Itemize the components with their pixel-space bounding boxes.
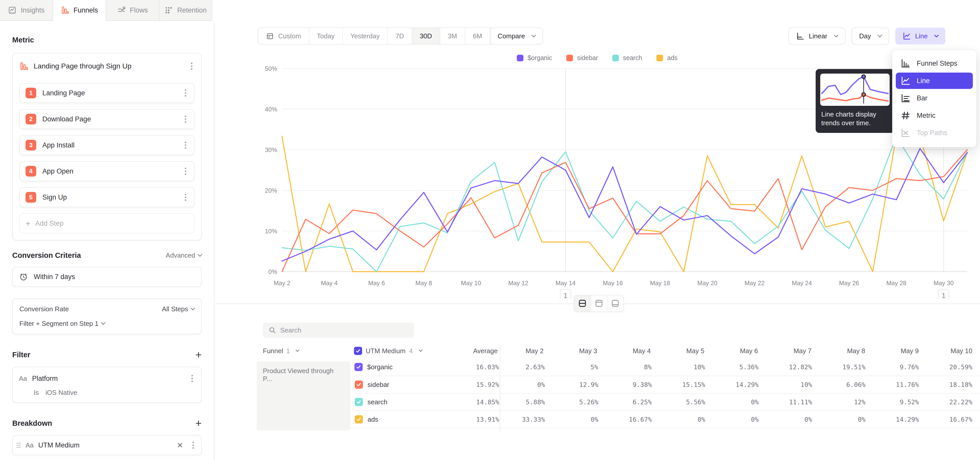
chart-layout-toggle[interactable] — [590, 295, 607, 311]
series-name: $organic — [367, 363, 393, 371]
breakdown-utm-card[interactable]: Aa UTM Medium ✕ — [12, 435, 202, 455]
date-column-header[interactable]: May 6 — [712, 347, 765, 355]
range-label: 6M — [473, 32, 482, 40]
filter-menu-button[interactable] — [189, 373, 195, 384]
range-today[interactable]: Today — [309, 28, 342, 44]
series-checkbox[interactable] — [355, 398, 363, 406]
split-layout-toggle[interactable] — [574, 295, 590, 311]
remove-breakdown-button[interactable]: ✕ — [174, 441, 186, 450]
tab-flows[interactable]: Flows — [106, 0, 159, 21]
menu-item-line[interactable]: Line — [896, 73, 973, 89]
range-7d[interactable]: 7D — [387, 28, 412, 44]
menu-item-label: Metric — [917, 112, 935, 120]
all-steps-dropdown[interactable]: All Steps — [162, 305, 194, 313]
chart-type-dropdown[interactable]: Line — [895, 27, 945, 45]
funnel-step-5[interactable]: 5Sign Up — [19, 187, 194, 207]
chevron-down-icon — [419, 348, 423, 352]
metric-menu-button[interactable] — [189, 61, 194, 72]
daily-value: 0% — [713, 416, 766, 423]
range-label: Yesterday — [350, 32, 380, 40]
legend-item-ads[interactable]: ads — [656, 54, 677, 62]
series-checkbox[interactable] — [355, 380, 363, 389]
tab-insights[interactable]: Insights — [0, 0, 53, 21]
funnel-step-1[interactable]: 1Landing Page — [19, 83, 194, 103]
step-menu-button[interactable] — [183, 139, 188, 151]
funnel-column-header[interactable]: Funnel 1 — [257, 347, 354, 355]
step-number-badge: 1 — [25, 88, 36, 98]
chevron-down-icon — [190, 306, 195, 310]
insights-icon — [8, 6, 17, 14]
filter-segment-dropdown[interactable]: Filter + Segment on Step 1 — [19, 320, 105, 327]
drag-handle-icon[interactable] — [16, 442, 21, 449]
funnel-step-4[interactable]: 4App Open — [19, 161, 194, 181]
tab-funnels[interactable]: Funnels — [53, 0, 106, 21]
menu-item-funnel-steps[interactable]: Funnel Steps — [896, 55, 973, 72]
select-all-checkbox[interactable] — [354, 347, 362, 355]
legend-item-organic[interactable]: $organic — [517, 54, 552, 62]
legend-item-search[interactable]: search — [612, 54, 642, 62]
add-breakdown-button[interactable]: + — [195, 420, 202, 427]
breakdown-column-header[interactable]: UTM Medium 4 — [354, 347, 444, 355]
breakdown-menu-button[interactable] — [190, 439, 196, 451]
svg-text:10%: 10% — [265, 228, 277, 235]
daily-value: 16.67% — [927, 416, 980, 423]
funnel-name-cell[interactable]: Product Viewed through P... — [257, 361, 350, 430]
funnel-step-2[interactable]: 2Download Page — [19, 109, 194, 129]
search-input[interactable] — [280, 326, 408, 334]
metric-title-row[interactable]: Landing Page through Sign Up — [19, 61, 194, 72]
daily-value: 0% — [659, 416, 713, 423]
range-6m[interactable]: 6M — [465, 28, 490, 44]
svg-text:May 12: May 12 — [508, 280, 528, 286]
legend-color-chip — [517, 55, 523, 61]
table-layout-toggle[interactable] — [607, 295, 623, 311]
daily-value: 20.59% — [927, 363, 980, 371]
menu-item-metric[interactable]: Metric — [896, 107, 973, 124]
step-menu-button[interactable] — [183, 88, 188, 99]
svg-text:May 10: May 10 — [461, 280, 481, 286]
advanced-dropdown[interactable]: Advanced — [165, 251, 202, 259]
average-value: 14.85% — [445, 398, 499, 406]
range-yesterday[interactable]: Yesterday — [342, 28, 387, 44]
svg-text:May 18: May 18 — [650, 280, 670, 286]
date-column-header[interactable]: May 10 — [926, 347, 980, 355]
filter-property-name: Platform — [32, 375, 184, 383]
add-filter-button[interactable]: + — [195, 351, 202, 359]
menu-item-label: Funnel Steps — [917, 59, 957, 67]
range-30d[interactable]: 30D — [412, 28, 440, 44]
compare-button[interactable]: Compare — [490, 27, 543, 45]
range-custom[interactable]: Custom — [258, 28, 309, 44]
range-label: 3M — [448, 32, 457, 40]
filter-platform-card[interactable]: Aa Platform Is iOS Native — [12, 367, 202, 403]
funnel-step-3[interactable]: 3App Install — [19, 135, 194, 155]
table-search[interactable] — [263, 323, 414, 338]
step-menu-button[interactable] — [183, 192, 188, 203]
date-column-header[interactable]: May 7 — [765, 347, 819, 355]
retention-icon — [164, 6, 173, 14]
daily-value: 0% — [552, 416, 606, 423]
date-column-header[interactable]: May 8 — [819, 347, 873, 355]
step-menu-button[interactable] — [183, 166, 188, 177]
date-column-header[interactable]: May 5 — [659, 347, 712, 355]
tab-label: Retention — [177, 6, 207, 14]
app-root: InsightsFunnelsFlowsRetention Metric Lan… — [0, 0, 980, 460]
granularity-dropdown[interactable]: Day — [852, 27, 889, 45]
conversion-window-card[interactable]: Within 7 days — [12, 267, 202, 287]
string-type-badge: Aa — [25, 441, 34, 449]
date-column-header[interactable]: May 2 — [498, 347, 551, 355]
series-checkbox[interactable] — [355, 415, 363, 423]
filter-value[interactable]: iOS Native — [45, 389, 77, 397]
scale-dropdown[interactable]: Linear — [788, 27, 845, 45]
tab-retention[interactable]: Retention — [159, 0, 212, 21]
date-column-header[interactable]: May 3 — [551, 347, 605, 355]
series-checkbox[interactable] — [355, 363, 363, 371]
step-menu-button[interactable] — [183, 113, 188, 125]
legend-item-sidebar[interactable]: sidebar — [566, 54, 598, 62]
filter-operator[interactable]: Is — [34, 389, 39, 397]
add-step-button[interactable]: + Add Step — [19, 213, 194, 233]
date-column-header[interactable]: May 4 — [605, 347, 659, 355]
menu-item-bar[interactable]: Bar — [896, 90, 973, 106]
average-column-header[interactable]: Average — [444, 347, 498, 355]
daily-value: 5.26% — [552, 398, 606, 406]
range-3m[interactable]: 3M — [440, 28, 465, 44]
date-column-header[interactable]: May 9 — [873, 347, 926, 355]
